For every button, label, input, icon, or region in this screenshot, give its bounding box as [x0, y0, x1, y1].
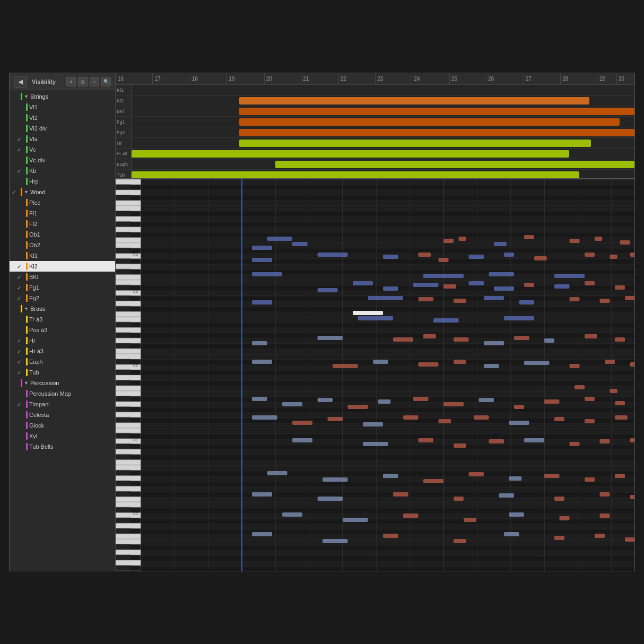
svg-rect-59	[413, 283, 439, 287]
sidebar-item-celesta[interactable]: Celesta	[10, 410, 115, 420]
sidebar-item-vl1[interactable]: Vl1	[10, 102, 115, 112]
ruler-mark-23: 23	[375, 73, 383, 84]
svg-rect-117	[439, 419, 451, 423]
track-check: ✓	[17, 285, 24, 291]
svg-rect-171	[504, 316, 534, 320]
svg-rect-122	[615, 415, 628, 420]
track-color	[26, 241, 28, 249]
svg-rect-120	[554, 417, 564, 421]
sidebar-title: Visibility	[32, 79, 63, 85]
sidebar-item-posa3[interactable]: Pos á3	[10, 325, 115, 335]
svg-text:C1: C1	[133, 438, 138, 442]
svg-rect-69	[252, 300, 272, 304]
sidebar-item-kl2[interactable]: ✓ Kl2	[10, 261, 115, 272]
sidebar-item-tra3[interactable]: Tr á3	[10, 314, 115, 325]
track-color	[26, 294, 28, 302]
grid-area[interactable]	[141, 179, 634, 571]
sidebar-item-fl1[interactable]: Fl1	[10, 208, 115, 219]
track-label: Pos á3	[29, 327, 47, 333]
svg-rect-49	[419, 253, 431, 257]
sidebar-item-strings[interactable]: ▼ Strings	[10, 91, 115, 102]
sidebar-item-brass[interactable]: ▼ Brass	[10, 303, 115, 314]
ruler-mark-21: 21	[301, 73, 309, 84]
sidebar-item-picc[interactable]: Picc	[10, 197, 115, 208]
sidebar-item-vl2[interactable]: Vl2	[10, 112, 115, 123]
sidebar-item-hra3[interactable]: ✓ Hr á3	[10, 346, 115, 356]
ruler-mark-24: 24	[412, 73, 420, 84]
main-window: ◀ Visibility ≡ ◎ ♪ 🔍 ▼	[9, 73, 635, 571]
track-label: Kl2	[29, 263, 38, 269]
svg-rect-136	[423, 479, 443, 483]
sidebar-item-ob2[interactable]: Ob2	[10, 240, 115, 250]
svg-rect-115	[363, 422, 383, 427]
track-label: Percussion	[30, 380, 59, 386]
sidebar-item-tub-bells[interactable]: Tub Bells	[10, 441, 115, 452]
overview-track-bkl: BKl	[116, 106, 634, 117]
sidebar-item-hr[interactable]: ✓ Hr	[10, 335, 115, 346]
search-icon[interactable]: 🔍	[101, 77, 111, 86]
sidebar-item-kb[interactable]: ✓ Kb	[10, 166, 115, 176]
svg-rect-87	[615, 337, 625, 342]
track-label: Fl1	[29, 210, 37, 216]
eye-icon[interactable]: ◎	[78, 77, 88, 86]
svg-rect-52	[504, 253, 514, 257]
list-icon[interactable]: ≡	[66, 77, 76, 86]
sidebar: ◀ Visibility ≡ ◎ ♪ 🔍 ▼	[10, 73, 116, 571]
svg-rect-167	[489, 272, 515, 276]
sidebar-item-vc[interactable]: ✓ Vc	[10, 144, 115, 155]
sidebar-item-bkl[interactable]: ✓ BKl	[10, 272, 115, 282]
speaker-icon[interactable]: ♪	[90, 77, 99, 86]
overview-content	[132, 170, 634, 178]
sidebar-item-fg2[interactable]: ✓ Fg2	[10, 293, 115, 303]
track-color	[26, 156, 28, 164]
svg-rect-73	[519, 300, 535, 304]
sidebar-item-vl2div[interactable]: Vl2 div	[10, 123, 115, 134]
sidebar-item-vla[interactable]: ✓ Vla	[10, 134, 115, 144]
svg-rect-42	[524, 235, 534, 239]
svg-rect-66	[585, 281, 595, 285]
sidebar-item-ob1[interactable]: Ob1	[10, 229, 115, 240]
sidebar-item-timpani[interactable]: ✓ Timpani	[10, 399, 115, 410]
sidebar-item-xyl[interactable]: Xyl	[10, 431, 115, 441]
sidebar-item-kl1[interactable]: Kl1	[10, 250, 115, 261]
overview-content	[132, 138, 634, 148]
track-color	[26, 347, 28, 355]
svg-rect-108	[544, 399, 560, 404]
sidebar-item-tub[interactable]: ✓ Tub	[10, 367, 115, 378]
svg-rect-160	[454, 539, 466, 543]
svg-rect-118	[474, 415, 489, 420]
svg-rect-147	[554, 497, 564, 501]
ruler-mark-16: 16	[116, 73, 124, 84]
sidebar-item-fg1[interactable]: ✓ Fg1	[10, 282, 115, 293]
sidebar-item-fl2[interactable]: Fl2	[10, 219, 115, 229]
svg-rect-46	[318, 253, 348, 257]
sidebar-item-percussion[interactable]: ▼ Percussion	[10, 378, 115, 388]
track-color	[26, 422, 28, 429]
sidebar-item-wood[interactable]: ✓ ▼ Wood	[10, 187, 115, 197]
sidebar-item-euph[interactable]: ✓ Euph	[10, 356, 115, 367]
ruler-mark-17: 17	[152, 73, 160, 84]
track-label: Fg2	[29, 295, 39, 301]
svg-rect-155	[560, 516, 570, 520]
sidebar-item-percussion-map[interactable]: Percussion Map	[10, 388, 115, 399]
svg-rect-98	[630, 362, 635, 367]
track-label: Tub	[29, 369, 39, 376]
svg-rect-64	[524, 283, 534, 287]
sidebar-item-glock[interactable]: Glock	[10, 420, 115, 431]
sidebar-item-vcdiv[interactable]: Vc div	[10, 155, 115, 166]
svg-rect-51	[469, 255, 484, 259]
sidebar-item-hrp[interactable]: Hrp	[10, 176, 115, 187]
track-color	[26, 432, 28, 440]
svg-rect-74	[570, 297, 580, 301]
svg-rect-119	[509, 421, 529, 425]
grid-canvas	[141, 179, 634, 571]
track-label: Strings	[30, 93, 48, 100]
svg-rect-114	[328, 417, 343, 421]
sidebar-back-button[interactable]: ◀	[14, 76, 27, 88]
overview-track-fg2: Fg2	[116, 127, 634, 138]
track-label: Xyl	[29, 433, 37, 439]
app-container: ◀ Visibility ≡ ◎ ♪ 🔍 ▼	[0, 0, 644, 644]
svg-rect-91	[373, 360, 388, 364]
piano-keyboard: C4 C3 C2 C1 C0	[116, 179, 141, 571]
track-color	[21, 305, 22, 312]
